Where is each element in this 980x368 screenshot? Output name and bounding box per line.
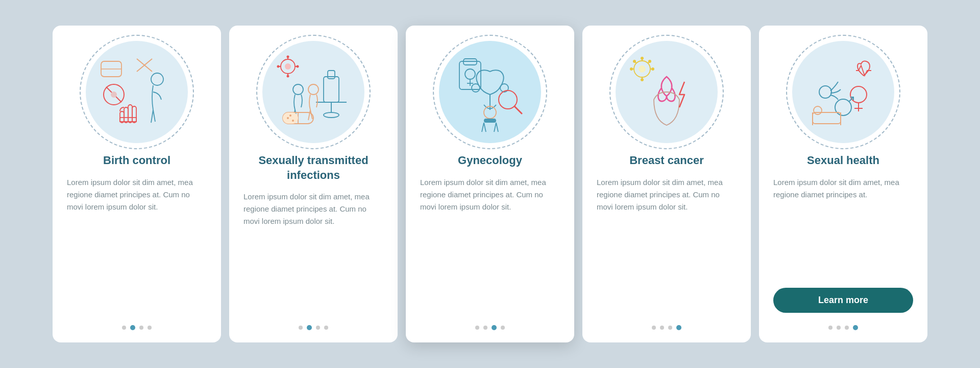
gynecology-text: Lorem ipsum dolor sit dim amet, mea regi… xyxy=(420,176,560,315)
card-birth-control: Birth control Lorem ipsum dolor sit dim … xyxy=(53,26,221,342)
gynecology-icon-area xyxy=(439,41,541,143)
breast-cancer-text: Lorem ipsum dolor sit dim amet, mea regi… xyxy=(597,176,737,315)
dot-3 xyxy=(845,326,849,330)
dot-1 xyxy=(652,326,656,330)
learn-more-button[interactable]: Learn more xyxy=(773,288,913,313)
card-sti: Sexually transmitted infections Lorem ip… xyxy=(229,26,398,342)
birth-control-text: Lorem ipsum dolor sit dim amet, mea regi… xyxy=(67,176,207,315)
dot-1 xyxy=(475,326,479,330)
dot-2 xyxy=(130,325,135,330)
dot-4 xyxy=(501,326,505,330)
sti-text: Lorem ipsum dolor sit dim amet, mea regi… xyxy=(243,191,383,315)
dot-1 xyxy=(828,326,832,330)
sexual-health-text: Lorem ipsum dolor sit dim amet, mea regi… xyxy=(773,176,913,280)
breast-cancer-icon-area xyxy=(616,41,718,143)
dashed-circle xyxy=(433,35,547,149)
dashed-circle xyxy=(80,35,194,149)
cards-container: Birth control Lorem ipsum dolor sit dim … xyxy=(32,10,948,358)
dashed-circle xyxy=(256,35,371,149)
dot-4 xyxy=(853,325,858,330)
dot-3 xyxy=(668,326,672,330)
sti-dots xyxy=(299,325,328,330)
dot-1 xyxy=(122,326,126,330)
sexual-health-title: Sexual health xyxy=(807,153,879,168)
dot-4 xyxy=(324,326,328,330)
birth-control-icon-area xyxy=(86,41,188,143)
card-breast-cancer: Breast cancer Lorem ipsum dolor sit dim … xyxy=(582,26,751,342)
dot-2 xyxy=(837,326,841,330)
dashed-circle xyxy=(786,35,900,149)
birth-control-dots xyxy=(122,325,152,330)
dot-1 xyxy=(299,326,303,330)
dot-4 xyxy=(148,326,152,330)
breast-cancer-dots xyxy=(652,325,681,330)
breast-cancer-title: Breast cancer xyxy=(629,153,704,168)
gynecology-dots xyxy=(475,325,505,330)
birth-control-title: Birth control xyxy=(103,153,170,168)
dashed-circle xyxy=(609,35,724,149)
dot-2 xyxy=(483,326,487,330)
card-gynecology: Gynecology Lorem ipsum dolor sit dim ame… xyxy=(406,26,574,342)
sti-title: Sexually transmitted infections xyxy=(243,153,383,182)
sti-icon-area xyxy=(262,41,364,143)
sexual-health-dots xyxy=(828,325,858,330)
dot-2 xyxy=(307,325,312,330)
gynecology-title: Gynecology xyxy=(458,153,522,168)
dot-3 xyxy=(316,326,320,330)
card-sexual-health: Sexual health Lorem ipsum dolor sit dim … xyxy=(759,26,927,342)
dot-4 xyxy=(676,325,681,330)
dot-3 xyxy=(492,325,497,330)
dot-3 xyxy=(139,326,143,330)
sexual-health-icon-area xyxy=(792,41,894,143)
dot-2 xyxy=(660,326,664,330)
